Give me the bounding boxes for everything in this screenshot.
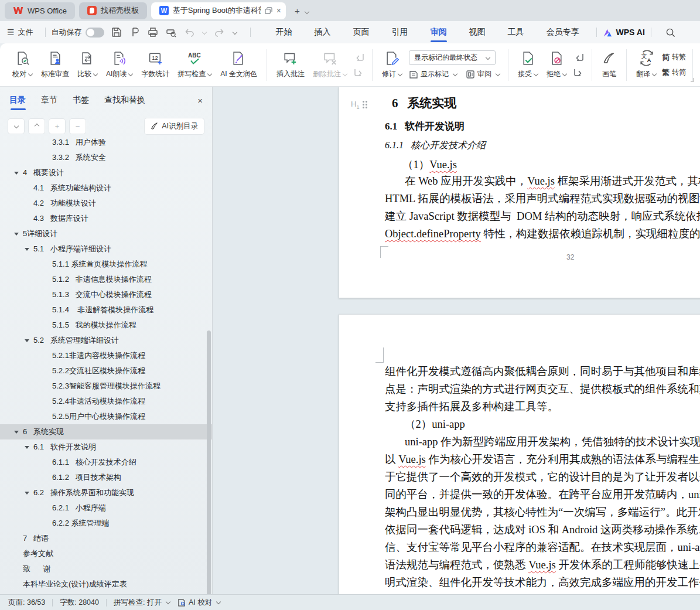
- doc-line[interactable]: HTML 拓展的模板语法，采用声明式编程范式实现数据驱动的视图渲染，双: [339, 190, 700, 207]
- toc-collapse-button[interactable]: −: [70, 119, 86, 134]
- toc-item[interactable]: 4.1 系统功能结构设计: [0, 180, 212, 196]
- toc-item[interactable]: 致 谢: [0, 561, 212, 577]
- doc-line[interactable]: 组件化开发模式遵循高内聚低耦合原则，同时易于与其他项目和库结合。V: [339, 363, 700, 380]
- search-icon[interactable]: [665, 28, 675, 38]
- heading-drag-handle[interactable]: H1: [351, 100, 367, 110]
- toc-item[interactable]: 3.3.1 用户体验: [0, 135, 212, 150]
- review-pane-button[interactable]: 审阅: [466, 69, 500, 79]
- collapse-arrow-icon[interactable]: [14, 172, 19, 175]
- compare-button[interactable]: 比较: [73, 46, 102, 84]
- accept-revision-button[interactable]: 接受: [514, 46, 542, 84]
- new-tab-button[interactable]: +: [295, 6, 300, 16]
- collapse-arrow-icon[interactable]: [25, 339, 29, 342]
- simplified-to-traditional-button[interactable]: 简 转繁: [662, 52, 686, 63]
- tab-wps-office[interactable]: WPS Office: [5, 2, 75, 19]
- menu-tab-reference[interactable]: 引用: [381, 21, 419, 43]
- pen-button[interactable]: 画笔: [597, 46, 621, 84]
- menu-tab-home[interactable]: 开始: [265, 21, 303, 43]
- word-count-button[interactable]: 12 字数统计: [137, 46, 173, 84]
- reject-revision-button[interactable]: 拒绝: [542, 46, 571, 84]
- doc-heading-2[interactable]: 6.1 软件开发说明: [385, 120, 465, 133]
- next-comment-icon[interactable]: [354, 68, 364, 77]
- ai-proofread-status[interactable]: AI 校对: [177, 598, 221, 608]
- collapse-arrow-icon[interactable]: [25, 248, 29, 251]
- wps-ai-button[interactable]: WPS AI: [603, 28, 645, 37]
- sidebar-scrollbar-thumb[interactable]: [207, 330, 211, 594]
- sidebar-close-icon[interactable]: ×: [197, 96, 203, 105]
- doc-line[interactable]: 点是：声明式渲染的方式进行网页交互、提供模板式的组件系统和其配套的: [339, 380, 700, 398]
- toc-item[interactable]: 5.2 系统管理端详细设计: [0, 333, 212, 348]
- toc-item[interactable]: 5.1.1 系统首页模块操作流程: [0, 257, 212, 272]
- menu-tab-view[interactable]: 视图: [458, 21, 497, 43]
- insert-comment-button[interactable]: 插入批注: [272, 46, 309, 84]
- toc-item[interactable]: 5.1.2 非遗信息模块操作流程: [0, 272, 212, 287]
- toc-item[interactable]: 5.2.1非遗内容模块操作流程: [0, 348, 212, 363]
- print-preview-icon[interactable]: [166, 27, 176, 38]
- dialog-launcher-icon[interactable]: [689, 77, 694, 81]
- toc-item[interactable]: 5.2.3智能客服管理模块操作流程: [0, 379, 212, 394]
- autosave-toggle-off[interactable]: [86, 28, 104, 38]
- doc-line[interactable]: 同的平台，并提供一致的开发体验。在跨平台应用开发范畴内，uni-app 以其: [339, 486, 700, 503]
- toc-item[interactable]: 5.2.5用户中心模块操作流程: [0, 409, 212, 424]
- collapse-arrow-icon[interactable]: [25, 446, 29, 449]
- autosave-control[interactable]: 自动保存: [52, 27, 104, 38]
- doc-line[interactable]: 架构凸显出明显优势，其核心特性为“一次编写，多端运行”。此开发框架: [339, 503, 700, 521]
- spellcheck-status[interactable]: 拼写检查: 打开: [114, 598, 170, 608]
- doc-line[interactable]: 建立 JavaScript 数据模型与 DOM 结构的动态映射，响应式系统依托 …: [339, 207, 700, 225]
- menu-tab-insert[interactable]: 插入: [303, 21, 342, 43]
- toc-item[interactable]: 5.1.4 非遗解答模块操作流程: [0, 302, 212, 318]
- quickbar-chevron-icon[interactable]: [233, 30, 237, 35]
- toc-item[interactable]: 6 系统实现: [0, 424, 212, 439]
- next-revision-icon[interactable]: [573, 68, 584, 77]
- toc-item[interactable]: 5详细设计: [0, 226, 212, 241]
- toc-item[interactable]: 本科毕业论文(设计)成绩评定表: [0, 577, 212, 592]
- toc-item[interactable]: 4.3 数据库设计: [0, 211, 212, 226]
- doc-line[interactable]: 于它提供了一个高效的开发模式，它的设计目的是为了让开发者以最小的成: [339, 468, 700, 486]
- toc-item[interactable]: 5.1.5 我的模块操作流程: [0, 318, 212, 333]
- toc-item[interactable]: 5.1 小程序端详细设计: [0, 241, 212, 257]
- toc-item[interactable]: 6.2.1 小程序端: [0, 500, 212, 516]
- document-page-37[interactable]: 组件化开发模式遵循高内聚低耦合原则，同时易于与其他项目和库结合。V点是：声明式渲…: [339, 314, 700, 594]
- multi-window-icon[interactable]: [265, 7, 272, 15]
- translate-button[interactable]: 文A 翻译: [632, 46, 661, 84]
- doc-line[interactable]: 以 Vue.js 作为核心开发语言，充分利用其成熟的语法体系与编程生态。uni-…: [339, 451, 700, 468]
- export-pdf-icon[interactable]: [129, 27, 140, 38]
- previous-revision-icon[interactable]: [573, 53, 584, 62]
- toc-expand-button[interactable]: +: [49, 119, 65, 134]
- toc-item[interactable]: 6.1.1 核心开发技术介绍: [0, 455, 212, 470]
- menu-tab-member[interactable]: 会员专享: [535, 21, 590, 43]
- ai-read-aloud-button[interactable]: AI朗读: [102, 46, 137, 84]
- toc-item[interactable]: 6.2.2 系统管理端: [0, 516, 212, 531]
- page-indicator[interactable]: 页面: 36/53: [8, 598, 45, 608]
- file-menu[interactable]: 文件: [18, 27, 33, 38]
- doc-heading-3[interactable]: 6.1.1 核心开发技术介绍: [385, 139, 486, 152]
- doc-line[interactable]: 依据同一套代码逻辑，达成对 iOS 和 Android 这两类移动操作系统、H5…: [339, 521, 700, 539]
- redo-icon[interactable]: [214, 27, 225, 38]
- collapse-arrow-icon[interactable]: [14, 233, 19, 236]
- delete-comment-button[interactable]: 删除批注: [309, 46, 351, 84]
- undo-chevron-icon[interactable]: [202, 30, 207, 35]
- print-icon[interactable]: [148, 27, 158, 38]
- previous-comment-icon[interactable]: [354, 53, 364, 62]
- traditional-to-simplified-button[interactable]: 繁 转简: [662, 67, 686, 78]
- doc-line[interactable]: 支持多插件拓展及多种构建工具等。: [339, 398, 700, 415]
- sidebar-tab-chapters[interactable]: 章节: [41, 95, 57, 105]
- show-markup-button[interactable]: 显示标记: [409, 69, 457, 79]
- toc-item[interactable]: 3.3.2 系统安全: [0, 150, 212, 165]
- sidebar-tab-find-replace[interactable]: 查找和替换: [104, 95, 145, 105]
- toc-next-heading-button[interactable]: [8, 119, 24, 134]
- save-icon[interactable]: [111, 27, 122, 38]
- sidebar-tab-contents[interactable]: 目录: [9, 95, 26, 105]
- doc-line[interactable]: 在 Web 应用开发实践中，Vue.js 框架采用渐进式开发范式，其核心技术: [339, 172, 700, 190]
- sidebar-tab-bookmarks[interactable]: 书签: [73, 95, 89, 105]
- tab-list-chevron-icon[interactable]: [305, 6, 309, 16]
- doc-line[interactable]: Object.defineProperty 特性，构建数据依赖追踪机制，实现细粒…: [339, 225, 700, 243]
- proofread-button[interactable]: 校对: [8, 46, 37, 84]
- toc-item[interactable]: 4 概要设计: [0, 165, 212, 180]
- collapse-arrow-icon[interactable]: [14, 431, 19, 434]
- toc-item[interactable]: 7 结语: [0, 531, 212, 546]
- doc-line[interactable]: uni-app 作为新型跨端应用开发架构，凭借独特的技术设计实现多平台兼: [339, 433, 700, 451]
- doc-line[interactable]: （2）uni-app: [339, 415, 700, 433]
- markup-state-dropdown[interactable]: 显示标记的最终状态: [409, 50, 496, 65]
- document-page-36[interactable]: 渐进式框架的定位使其可以根据业务需求灵活选择集成方式，按需引入相关 H1 6 系…: [339, 87, 700, 298]
